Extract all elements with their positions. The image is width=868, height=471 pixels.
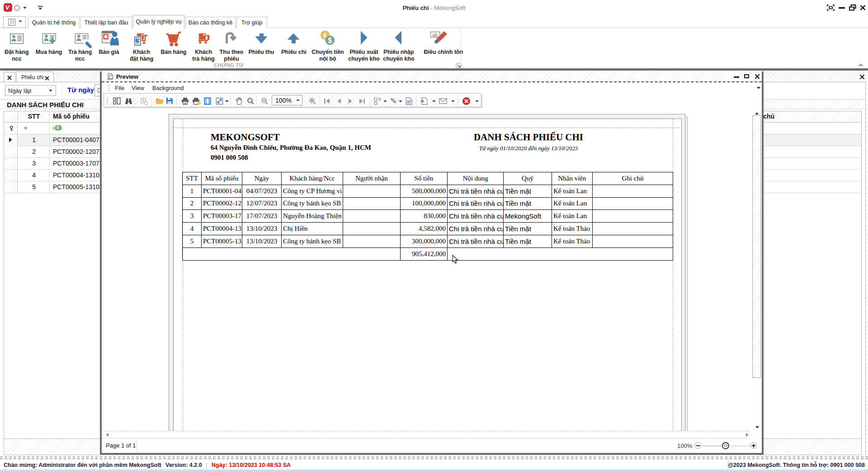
svg-text:ab: ab	[432, 32, 438, 38]
svg-text:$: $	[328, 37, 332, 44]
